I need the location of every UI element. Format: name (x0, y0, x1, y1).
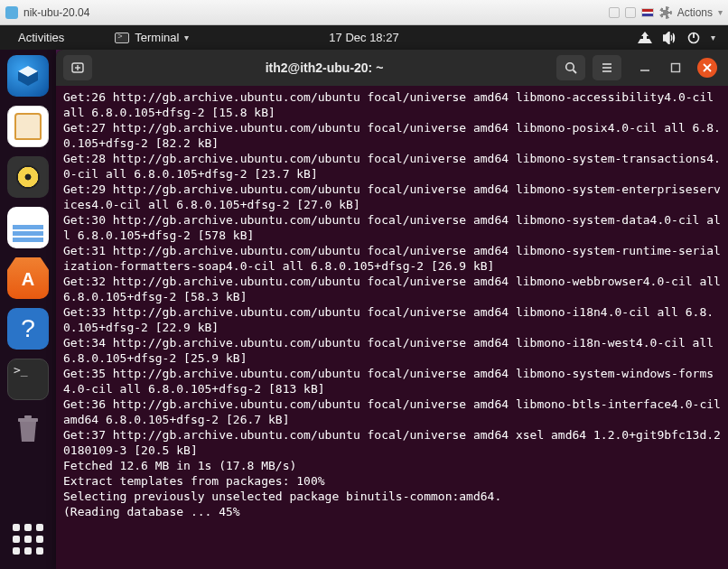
app-grid-button[interactable] (7, 518, 49, 560)
libreoffice-writer-icon[interactable] (7, 207, 49, 248)
terminal-icon[interactable] (7, 359, 49, 400)
svg-rect-2 (18, 418, 38, 422)
new-tab-button[interactable] (63, 55, 92, 80)
svg-point-7 (566, 63, 574, 71)
vm-app-icon (5, 6, 18, 19)
gnome-top-bar: Activities Terminal ▾ 17 Dec 18:27 ▾ (0, 25, 728, 50)
desktop: ? ith2@ith2-ubu-20: ~ (0, 50, 728, 569)
chevron-down-icon: ▾ (711, 33, 715, 42)
gear-icon[interactable] (659, 6, 672, 19)
files-icon[interactable] (7, 106, 49, 147)
chevron-down-icon: ▾ (184, 33, 189, 42)
dock: ? (0, 50, 56, 569)
maximize-button[interactable] (667, 59, 685, 77)
svg-rect-13 (672, 64, 680, 72)
terminal-output[interactable]: Get:26 http://gb.archive.ubuntu.com/ubun… (56, 86, 728, 569)
vm-title: nik-ubu-20.04 (23, 6, 89, 19)
terminal-icon (115, 33, 129, 43)
minimize-button[interactable] (636, 59, 654, 77)
vm-titlebar: nik-ubu-20.04 Actions ▾ (0, 0, 728, 25)
svg-line-8 (574, 70, 577, 74)
hamburger-menu-button[interactable] (593, 55, 621, 80)
search-button[interactable] (556, 55, 585, 80)
volume-icon (663, 32, 677, 44)
activities-button[interactable]: Activities (13, 31, 70, 44)
actions-menu[interactable]: Actions (677, 6, 713, 19)
network-icon (638, 32, 652, 44)
svg-rect-3 (24, 415, 32, 418)
vm-tray: Actions ▾ (609, 6, 723, 19)
clock[interactable]: 17 Dec 18:27 (329, 31, 398, 44)
app-menu[interactable]: Terminal ▾ (115, 31, 189, 44)
tray-indicator-1 (609, 7, 620, 18)
chevron-down-icon: ▾ (718, 7, 723, 17)
close-button[interactable] (697, 58, 717, 78)
rhythmbox-icon[interactable] (7, 156, 49, 198)
terminal-header: ith2@ith2-ubu-20: ~ (56, 50, 728, 86)
tray-indicator-2 (625, 7, 636, 18)
system-status-area[interactable]: ▾ (638, 32, 715, 44)
keyboard-layout-icon[interactable] (641, 8, 654, 17)
power-icon (687, 32, 700, 44)
ubuntu-software-icon[interactable] (7, 257, 49, 299)
trash-icon[interactable] (7, 409, 49, 451)
app-menu-label: Terminal (135, 31, 179, 44)
thunderbird-icon[interactable] (7, 55, 49, 97)
terminal-title: ith2@ith2-ubu-20: ~ (99, 61, 549, 75)
terminal-window: ith2@ith2-ubu-20: ~ Get:26 http://gb.arc… (56, 50, 728, 569)
help-icon[interactable]: ? (7, 308, 49, 350)
